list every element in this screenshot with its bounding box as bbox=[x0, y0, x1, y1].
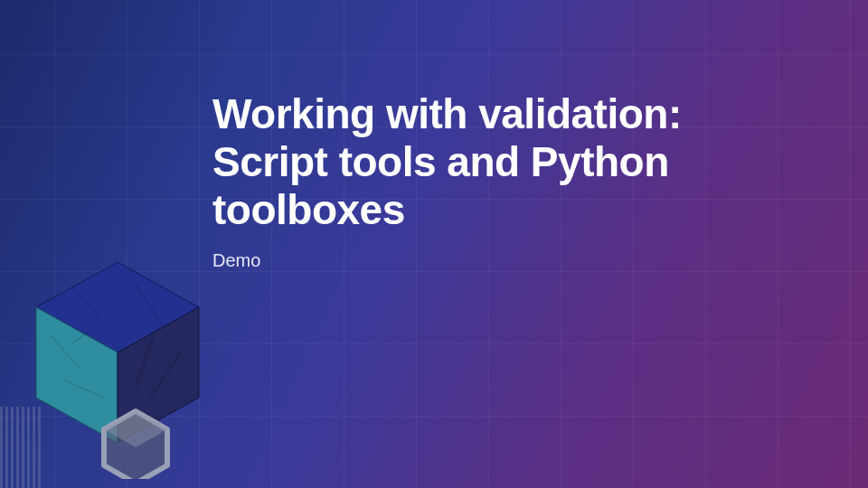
slide-title: Working with validation: Script tools an… bbox=[212, 90, 791, 234]
cube-icon bbox=[18, 253, 244, 479]
slide-subtitle: Demo bbox=[212, 250, 791, 271]
slide-content: Working with validation: Script tools an… bbox=[212, 90, 791, 271]
